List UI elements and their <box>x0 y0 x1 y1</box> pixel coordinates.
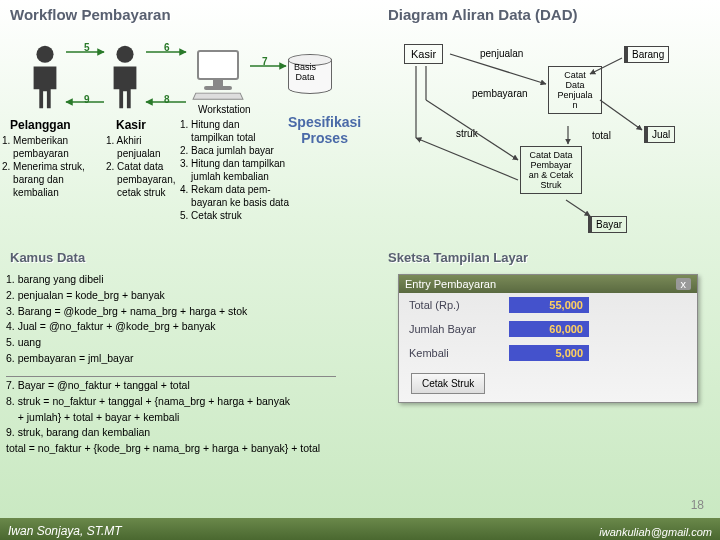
kd-item: 4. Jual = @no_faktur + @kode_brg + banya… <box>6 319 247 335</box>
total-label: Total (Rp.) <box>409 299 509 311</box>
arrow-8: 8 <box>164 94 170 105</box>
footer-name: Iwan Sonjaya, ST.MT <box>8 524 122 538</box>
sketsa-heading: Sketsa Tampilan Layar <box>388 250 528 265</box>
struk-flow-label: struk <box>456 128 478 139</box>
kembali-label: Kembali <box>409 347 509 359</box>
kembali-value: 5,000 <box>509 345 589 361</box>
pembayaran-flow-label: pembayaran <box>472 88 528 99</box>
kd-item: 9. struk, barang dan kembalian <box>6 425 320 441</box>
arrow-6: 6 <box>164 42 170 53</box>
close-button[interactable]: x <box>676 278 692 290</box>
kamus-divider <box>6 376 336 377</box>
kamus-heading: Kamus Data <box>10 250 85 265</box>
kasir-steps: 1. Akhiri penjualan 2. Catat data pembay… <box>106 134 175 199</box>
svg-line-11 <box>416 138 518 180</box>
spesifikasi-title: Spesifikasi Proses <box>288 114 361 146</box>
jumlah-bayar-label: Jumlah Bayar <box>409 323 509 335</box>
total-value: 55,000 <box>509 297 589 313</box>
barang-store: Barang <box>624 46 669 63</box>
kd-item: 1. barang yang dibeli <box>6 272 247 288</box>
svg-line-15 <box>566 200 590 216</box>
svg-line-14 <box>600 100 642 130</box>
kd-item: 7. Bayar = @no_faktur + tanggal + total <box>6 378 320 394</box>
pelanggan-icon <box>26 42 64 114</box>
workstation-label: Workstation <box>198 104 251 115</box>
page-number: 18 <box>691 498 704 512</box>
arrow-9: 9 <box>84 94 90 105</box>
arrow-5: 5 <box>84 42 90 53</box>
dialog-title: Entry Pembayaran <box>405 278 496 290</box>
kd-item: total = no_faktur + {kode_brg + nama_brg… <box>6 441 320 457</box>
jumlah-bayar-input[interactable]: 60,000 <box>509 321 589 337</box>
kasir-label: Kasir <box>116 118 146 132</box>
penjualan-flow-label: penjualan <box>480 48 523 59</box>
pelanggan-label: Pelanggan <box>10 118 71 132</box>
footer-mail: iwankuliah@gmail.com <box>599 526 712 538</box>
kamus-list-2: 7. Bayar = @no_faktur + tanggal + total … <box>6 378 320 457</box>
svg-point-0 <box>36 46 53 63</box>
kasir-entity: Kasir <box>404 44 443 64</box>
jual-store: Jual <box>644 126 675 143</box>
basisdata-label: Basis Data <box>294 62 316 82</box>
kd-item: 3. Barang = @kode_brg + nama_brg + harga… <box>6 304 247 320</box>
proc-pembayaran: Catat Data Pembayar an & Cetak Struk <box>520 146 582 194</box>
kd-item: 6. pembayaran = jml_bayar <box>6 351 247 367</box>
pelanggan-steps: 1. Memberikan pembayaran 2. Menerima str… <box>2 134 85 199</box>
kd-item: 2. penjualan = kode_brg + banyak <box>6 288 247 304</box>
svg-point-1 <box>116 46 133 63</box>
kd-item: 5. uang <box>6 335 247 351</box>
kamus-list-1: 1. barang yang dibeli 2. penjualan = kod… <box>6 272 247 367</box>
kasir-icon <box>106 42 144 114</box>
cetak-struk-button[interactable]: Cetak Struk <box>411 373 485 394</box>
total-flow-label: total <box>592 130 611 141</box>
spesifikasi-steps: 1. Hitung dan tampilkan total 2. Baca ju… <box>180 118 289 222</box>
arrow-7: 7 <box>262 56 268 67</box>
kd-item: 8. struk = no_faktur + tanggal + {nama_b… <box>6 394 320 426</box>
bayar-store: Bayar <box>588 216 627 233</box>
workflow-heading: Workflow Pembayaran <box>10 6 171 23</box>
workstation-icon <box>188 50 248 100</box>
dad-heading: Diagram Aliran Data (DAD) <box>388 6 577 23</box>
proc-catat-penjualan: Catat Data Penjuala n <box>548 66 602 114</box>
entry-pembayaran-dialog: Entry Pembayaran x Total (Rp.) 55,000 Ju… <box>398 274 698 403</box>
